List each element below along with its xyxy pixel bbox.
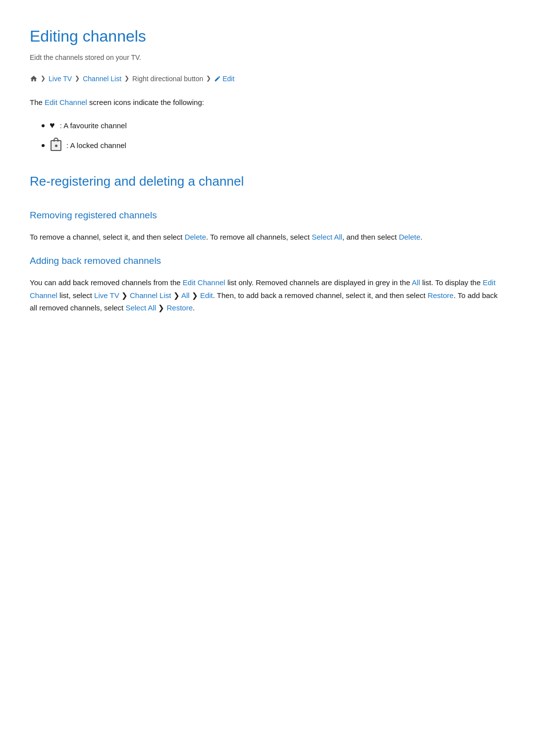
bullet-dot-2	[42, 144, 45, 147]
bullet-dot-1	[42, 124, 45, 127]
add-back-paragraph: You can add back removed channels from t…	[30, 276, 505, 314]
add-all-link1[interactable]: All	[412, 278, 420, 287]
remove-delete-link1[interactable]: Delete	[185, 233, 206, 241]
breadcrumb-live-tv[interactable]: Live TV	[49, 73, 72, 84]
intro-edit-channel-link[interactable]: Edit Channel	[45, 98, 87, 106]
intro-text-before: The	[30, 98, 45, 106]
section1-title: Re-registering and deleting a channel	[30, 171, 505, 192]
subsection1-title: Removing registered channels	[30, 208, 505, 223]
list-item-heart: ♥ : A favourite channel	[42, 118, 505, 133]
add-all-link2[interactable]: All	[181, 291, 190, 300]
list-item-lock: : A locked channel	[42, 140, 505, 151]
add-text5: ❯	[119, 291, 130, 300]
subsection2-title: Adding back removed channels	[30, 253, 505, 268]
add-live-tv-link[interactable]: Live TV	[94, 291, 119, 300]
heart-icon: ♥	[50, 118, 55, 133]
breadcrumb-edit[interactable]: Edit	[222, 73, 234, 84]
add-text11: .	[193, 303, 195, 312]
add-text8: . Then, to add back a removed channel, s…	[213, 291, 428, 300]
intro-text-after: screen icons indicate the following:	[87, 98, 204, 106]
remove-channels-paragraph: To remove a channel, select it, and then…	[30, 231, 505, 244]
remove-delete-link2[interactable]: Delete	[399, 233, 420, 241]
remove-select-all-link[interactable]: Select All	[312, 233, 342, 241]
lock-shackle	[54, 138, 58, 142]
breadcrumb-separator-3: ❯	[124, 74, 129, 83]
lock-box	[51, 140, 61, 151]
breadcrumb-right-button: Right directional button	[132, 73, 203, 84]
intro-paragraph: The Edit Channel screen icons indicate t…	[30, 96, 505, 109]
page-subtitle: Eidt the channels stored on your TV.	[30, 52, 505, 63]
lock-description: : A locked channel	[66, 140, 126, 151]
add-text2: list only. Removed channels are displaye…	[225, 278, 412, 287]
add-edit-link[interactable]: Edit	[200, 291, 213, 300]
add-restore-link1[interactable]: Restore	[428, 291, 454, 300]
breadcrumb-separator-1: ❯	[41, 74, 46, 83]
home-icon[interactable]	[30, 75, 38, 83]
add-restore-link2[interactable]: Restore	[166, 303, 193, 312]
add-text7: ❯	[190, 291, 200, 300]
add-text4: list, select	[57, 291, 94, 300]
remove-text3: , and then select	[342, 233, 399, 241]
add-channel-list-link[interactable]: Channel List	[130, 291, 171, 300]
icons-list: ♥ : A favourite channel : A locked chann…	[42, 118, 505, 151]
remove-text4: .	[421, 233, 423, 241]
add-select-all-link[interactable]: Select All	[125, 303, 156, 312]
heart-description: : A favourite channel	[60, 120, 127, 132]
remove-text1: To remove a channel, select it, and then…	[30, 233, 185, 241]
add-text3: list. To display the	[420, 278, 482, 287]
breadcrumb-separator-2: ❯	[75, 74, 80, 83]
remove-text2: . To remove all channels, select	[206, 233, 312, 241]
breadcrumb-separator-4: ❯	[206, 74, 211, 83]
lock-keyhole	[55, 145, 57, 147]
page-title: Editing channels	[30, 24, 505, 49]
breadcrumb-channel-list[interactable]: Channel List	[83, 73, 121, 84]
add-text1: You can add back removed channels from t…	[30, 278, 183, 287]
lock-icon	[51, 140, 61, 151]
add-text6: ❯	[171, 291, 181, 300]
add-edit-channel-link1[interactable]: Edit Channel	[183, 278, 225, 287]
add-text10: ❯	[156, 303, 166, 312]
breadcrumb: ❯ Live TV ❯ Channel List ❯ Right directi…	[30, 73, 505, 84]
